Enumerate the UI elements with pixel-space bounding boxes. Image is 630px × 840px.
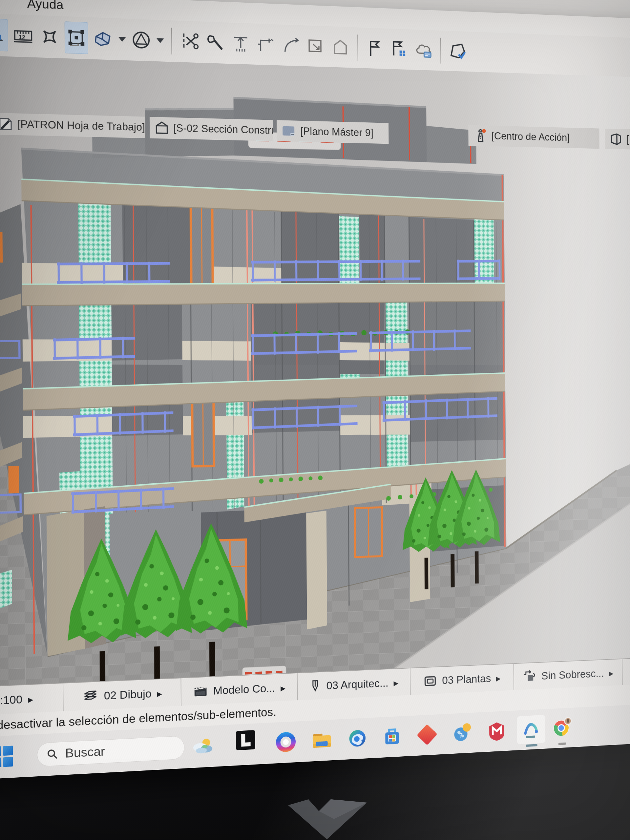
taskbar-search[interactable]: Buscar: [37, 736, 185, 767]
expand-arrow-icon: ▸: [281, 682, 286, 694]
worksheet-pencil-icon: [0, 116, 13, 131]
archicad-icon[interactable]: [521, 718, 542, 740]
tab-section[interactable]: [S-02 Sección Construcci...: [150, 117, 273, 141]
black-l-app-icon[interactable]: [235, 729, 257, 752]
tab-label: [: [626, 134, 629, 145]
pen-nib-icon: [309, 679, 321, 694]
edge-icon[interactable]: [347, 727, 368, 750]
windows-start-button[interactable]: [0, 745, 13, 768]
weather-widget[interactable]: [192, 735, 214, 758]
expand-arrow-icon: ▸: [496, 672, 501, 684]
tab-label: [Plano Máster 9]: [300, 125, 373, 139]
expand-arrow-icon: ▸: [609, 668, 613, 679]
scale-value: 1:100: [0, 693, 22, 707]
search-icon: [47, 748, 58, 760]
master-layout-icon: [281, 123, 296, 138]
screen-glare: [463, 71, 630, 665]
tab-action-center[interactable]: [Centro de Acción]: [468, 125, 600, 148]
svg-text:?: ?: [459, 732, 463, 739]
3d-viewport[interactable]: [0, 55, 630, 687]
red-diamond-app-icon[interactable]: [416, 723, 437, 746]
laptop-screen: ntanas Ayuda 12: [0, 0, 630, 780]
tab-label: [Centro de Acción]: [491, 130, 570, 144]
file-explorer-icon[interactable]: [311, 729, 333, 752]
rotate-override-icon: [523, 670, 537, 684]
running-indicator: [526, 744, 537, 747]
search-placeholder: Buscar: [65, 745, 105, 761]
copilot-icon[interactable]: [275, 731, 297, 754]
film-clapper-icon: [193, 684, 208, 699]
action-center-lighthouse-icon: [473, 128, 488, 144]
expand-arrow-icon: ▸: [28, 693, 33, 705]
frame-icon: [424, 674, 437, 688]
tab-worksheet[interactable]: [PATRON Hoja de Trabajo]: [0, 113, 145, 139]
chrome-icon[interactable]: [552, 717, 572, 739]
3d-building-model[interactable]: [0, 56, 630, 686]
expand-arrow-icon: ▸: [157, 687, 162, 699]
section-icon: [154, 120, 169, 136]
globe-question-app-icon[interactable]: ?: [452, 722, 473, 744]
laptop-brand-chevron-icon: [285, 798, 370, 840]
layers-icon: [82, 689, 98, 704]
tab-label: [PATRON Hoja de Trabajo]: [17, 118, 145, 134]
tab-master-layout[interactable]: [Plano Máster 9]: [276, 120, 389, 144]
running-indicator: [558, 742, 566, 745]
microsoft-store-icon[interactable]: [382, 725, 403, 748]
mcafee-icon[interactable]: [486, 720, 507, 742]
tab-label: [S-02 Sección Construcci...: [173, 122, 273, 137]
expand-arrow-icon: ▸: [393, 677, 398, 688]
view-3d-cube-icon: [609, 131, 623, 146]
renovation-status-selector[interactable]: 00 Mostrar... ▸: [622, 655, 630, 685]
tab-3d-view[interactable]: [: [605, 129, 630, 150]
